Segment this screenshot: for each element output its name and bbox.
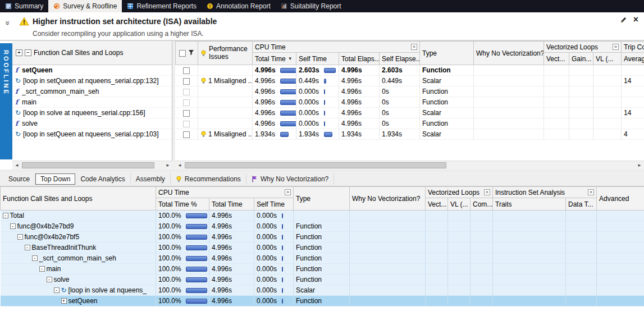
topdown-row[interactable]: -_scrt_common_main_seh100.0%4.996s0.000s… bbox=[1, 253, 644, 264]
tab-survey-roofline[interactable]: Survey & Roofline bbox=[48, 0, 122, 12]
topdown-row[interactable]: -BaseThreadInitThunk100.0%4.996s0.000sFu… bbox=[1, 243, 644, 253]
survey-row[interactable]: 4.996s2.603s4.996s2.603sFunction bbox=[176, 65, 644, 76]
topdown-row[interactable]: -func@0x4b2e7bd9100.0%4.996s0.000sFuncti… bbox=[1, 221, 644, 232]
column-group-cpu-time[interactable]: CPU Time« bbox=[253, 42, 420, 53]
column-header-vect[interactable]: Vect... bbox=[544, 53, 569, 65]
filter-icon[interactable] bbox=[188, 49, 194, 56]
survey-row[interactable]: 1 Misaligned ...1.934s1.934s1.934s1.934s… bbox=[176, 129, 644, 140]
scroll-left-arrow[interactable]: ◄ bbox=[12, 161, 21, 170]
survey-tree-row[interactable]: fsetQueen bbox=[12, 65, 172, 76]
topdown-row[interactable]: -↻[loop in solve at nqueens_100.0%4.996s… bbox=[1, 285, 644, 296]
collapse-group-icon[interactable]: « bbox=[411, 44, 417, 50]
column-header-self-elapsed[interactable]: Self Elapse... bbox=[380, 53, 420, 65]
tab-suitability-report[interactable]: Suitability Report bbox=[276, 0, 346, 12]
column-header-self-time[interactable]: Self Time bbox=[296, 53, 339, 65]
tab-summary[interactable]: Summary bbox=[0, 0, 48, 12]
scrollbar-thumb[interactable] bbox=[22, 162, 154, 168]
column-header-performance-issues[interactable]: Performance Issues bbox=[198, 42, 253, 65]
view-tab-top-down[interactable]: Top Down bbox=[35, 173, 75, 185]
column-header-average[interactable]: Average bbox=[622, 53, 644, 65]
expand-toggle[interactable]: - bbox=[47, 277, 52, 282]
topdown-row[interactable]: -Total100.0%4.996s0.000s bbox=[1, 211, 644, 221]
row-checkbox[interactable] bbox=[183, 78, 190, 85]
survey-tree-row[interactable]: fsolve bbox=[12, 118, 172, 129]
column-header-total-time-pct[interactable]: Total Time % bbox=[156, 198, 209, 211]
collapse-all-button[interactable]: − bbox=[25, 49, 31, 56]
topdown-row[interactable]: -solve100.0%4.996s0.000sFunction bbox=[1, 275, 644, 285]
column-header-vl-bottom[interactable]: VL (... bbox=[448, 198, 471, 211]
tab-annotation-report[interactable]: Annotation Report bbox=[202, 0, 276, 12]
select-all-checkbox[interactable] bbox=[179, 50, 186, 57]
column-header-com[interactable]: Com... bbox=[471, 198, 493, 211]
close-banner-icon[interactable]: × bbox=[633, 16, 638, 24]
expand-toggle[interactable]: - bbox=[32, 255, 38, 261]
column-header-self-time-bottom[interactable]: Self Time bbox=[254, 198, 294, 211]
column-group-cpu-time-bottom[interactable]: CPU Time» bbox=[156, 187, 294, 198]
view-tab-why-no-vectorization[interactable]: Why No Vectorization? bbox=[246, 173, 334, 185]
survey-tree-row[interactable]: ↻[loop in setQueen at nqueens_serial.cpp… bbox=[12, 129, 172, 140]
expand-toggle[interactable]: - bbox=[3, 213, 8, 218]
survey-row[interactable]: 4.996s0.000s4.996s0sScalar14 bbox=[176, 108, 644, 118]
column-header-function-call-sites[interactable]: Function Call Sites and Loops bbox=[1, 187, 156, 211]
expand-toggle[interactable]: - bbox=[39, 266, 45, 272]
expand-toggle[interactable]: - bbox=[17, 234, 23, 240]
expand-toggle[interactable]: - bbox=[54, 287, 60, 293]
column-header-gain[interactable]: Gain... bbox=[569, 53, 593, 65]
survey-row[interactable]: 4.996s0.000s4.996s0sFunction bbox=[176, 86, 644, 97]
column-header-type[interactable]: Type bbox=[420, 42, 474, 65]
row-checkbox[interactable] bbox=[183, 131, 190, 138]
expand-toggle[interactable]: + bbox=[61, 298, 67, 304]
column-header-data-type[interactable]: Data T... bbox=[566, 198, 597, 211]
row-checkbox[interactable] bbox=[183, 67, 190, 74]
topdown-row[interactable]: +setQueen100.0%4.996s0.000sFunction bbox=[1, 296, 644, 307]
survey-tree-row[interactable]: fmain bbox=[12, 97, 172, 108]
column-header-vl[interactable]: VL (... bbox=[593, 53, 622, 65]
scrollbar-track[interactable] bbox=[21, 161, 163, 170]
view-tab-source[interactable]: Source bbox=[3, 173, 35, 185]
expand-toggle[interactable]: - bbox=[10, 223, 16, 229]
column-header-total-elapsed[interactable]: Total Elaps... bbox=[339, 53, 380, 65]
row-checkbox[interactable] bbox=[183, 110, 190, 117]
expand-group-icon[interactable]: » bbox=[613, 44, 619, 50]
column-header-type-bottom[interactable]: Type bbox=[294, 187, 350, 211]
column-group-instruction-set-analysis[interactable]: Instruction Set Analysis» bbox=[493, 187, 597, 198]
view-tab-assembly[interactable]: Assembly bbox=[131, 173, 171, 185]
view-tab-recommendations[interactable]: Recommendations bbox=[171, 173, 246, 185]
topdown-row[interactable]: -main100.0%4.996s0.000sFunction bbox=[1, 264, 644, 275]
column-header-traits[interactable]: Traits bbox=[493, 198, 566, 211]
column-header-select[interactable] bbox=[176, 42, 198, 65]
survey-row[interactable]: 1 Misaligned ...4.996s0.449s4.996s0.449s… bbox=[176, 76, 644, 86]
scroll-left-arrow[interactable]: ◄ bbox=[175, 161, 184, 170]
column-header-total-time[interactable]: Total Time▼ bbox=[253, 53, 296, 65]
collapse-banner-icon[interactable]: « bbox=[2, 21, 11, 25]
survey-row[interactable]: 4.996s0.000s4.996s0sFunction bbox=[176, 97, 644, 108]
collapse-group-icon[interactable]: « bbox=[484, 189, 490, 195]
expand-toggle[interactable]: - bbox=[25, 245, 30, 250]
scroll-right-arrow[interactable]: ► bbox=[635, 161, 644, 170]
column-header-vect-bottom[interactable]: Vect... bbox=[426, 198, 448, 211]
column-header-why-no-vectorization[interactable]: Why No Vectorization? bbox=[474, 42, 544, 65]
tab-refinement-reports[interactable]: Refinement Reports bbox=[122, 0, 202, 12]
column-group-trip-count[interactable]: Trip Co... bbox=[622, 42, 644, 53]
column-header-advanced[interactable]: Advanced bbox=[597, 187, 644, 211]
column-header-total-time-bottom[interactable]: Total Time bbox=[209, 198, 254, 211]
scrollbar-track[interactable] bbox=[184, 161, 635, 170]
survey-tree-row[interactable]: f_scrt_common_main_seh bbox=[12, 86, 172, 97]
annotate-pen-icon[interactable] bbox=[620, 16, 627, 24]
scroll-right-arrow[interactable]: ► bbox=[163, 161, 172, 170]
roofline-tab[interactable]: ROOFLINE bbox=[0, 43, 12, 159]
topdown-row[interactable]: -func@0x4b2e7bf5100.0%4.996s0.000sFuncti… bbox=[1, 232, 644, 243]
grid-horizontal-scrollbar[interactable]: ◄ ► bbox=[175, 161, 644, 170]
expand-group-icon[interactable]: » bbox=[285, 189, 291, 195]
survey-tree-header[interactable]: + − Function Call Sites and Loops bbox=[12, 41, 172, 65]
survey-tree-row[interactable]: ↻[loop in setQueen at nqueens_serial.cpp… bbox=[12, 76, 172, 86]
column-group-vectorized-loops-bottom[interactable]: Vectorized Loops« bbox=[426, 187, 493, 198]
scrollbar-thumb[interactable] bbox=[185, 162, 446, 168]
survey-row[interactable]: 4.996s0.000s4.996s0sFunction bbox=[176, 118, 644, 129]
expand-all-button[interactable]: + bbox=[16, 49, 22, 56]
column-header-why-no-vectorization-bottom[interactable]: Why No Vectorization? bbox=[350, 187, 426, 211]
view-tab-code-analytics[interactable]: Code Analytics bbox=[75, 173, 130, 185]
column-group-vectorized-loops[interactable]: Vectorized Loops» bbox=[544, 42, 622, 53]
expand-group-icon[interactable]: » bbox=[588, 189, 594, 195]
tree-horizontal-scrollbar[interactable]: ◄ ► bbox=[12, 161, 172, 170]
